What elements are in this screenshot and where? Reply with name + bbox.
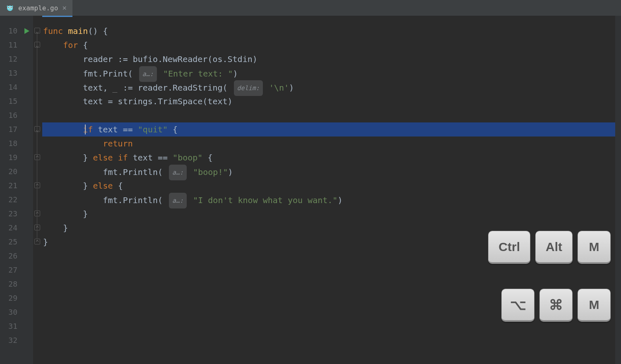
keycap-ctrl: Ctrl [488, 231, 530, 264]
code-line[interactable] [42, 108, 621, 122]
line-number: 27 [0, 263, 21, 277]
svg-marker-8 [24, 28, 29, 34]
fold-gutter: ⌄⌄⌄⌃⌃⌃⌃⌃ [33, 16, 42, 364]
line-number: 12 [0, 52, 21, 66]
fold-collapse-icon[interactable]: ⌃ [34, 225, 40, 230]
fold-collapse-icon[interactable]: ⌃ [34, 211, 40, 216]
keycap-alt: Alt [535, 231, 573, 264]
vertical-scrollbar[interactable] [615, 16, 621, 364]
line-number: 25 [0, 235, 21, 249]
line-number: 21 [0, 179, 21, 193]
inlay-hint: a…: [169, 193, 187, 208]
fold-expand-icon[interactable]: ⌄ [34, 42, 40, 48]
run-icon[interactable] [24, 26, 30, 36]
code-line[interactable]: func main() { [42, 24, 621, 38]
tab-bar: example.go × [0, 0, 621, 16]
shortcut-overlay-row-2: ⌥ ⌘ M [501, 289, 611, 322]
editor-area: 1011121314151617181920212223242526272829… [0, 16, 621, 364]
code-line[interactable] [42, 333, 621, 347]
line-number: 28 [0, 277, 21, 291]
code-line[interactable]: return [42, 136, 621, 151]
keycap-m-2: M [578, 289, 611, 322]
shortcut-overlay-row-1: Ctrl Alt M [488, 231, 611, 264]
fold-expand-icon[interactable]: ⌄ [34, 28, 40, 34]
line-number: 29 [0, 291, 21, 305]
line-number: 22 [0, 193, 21, 207]
line-number: 32 [0, 333, 21, 347]
run-gutter [21, 16, 33, 364]
code-line[interactable]: fmt.Print( a…: "Enter text: ") [42, 66, 621, 80]
file-tab-label: example.go [18, 4, 58, 12]
line-number: 13 [0, 66, 21, 80]
code-line[interactable]: } [42, 207, 621, 221]
line-number: 31 [0, 319, 21, 333]
code-line[interactable]: text = strings.TrimSpace(text) [42, 94, 621, 108]
line-number: 17 [0, 122, 21, 136]
line-number: 26 [0, 249, 21, 263]
line-number: 24 [0, 221, 21, 235]
line-number: 10 [0, 24, 21, 38]
inlay-hint: delim: [234, 80, 263, 96]
line-number: 15 [0, 94, 21, 108]
svg-point-7 [12, 6, 13, 7]
fold-collapse-icon[interactable]: ⌃ [34, 239, 40, 244]
svg-point-6 [7, 6, 8, 7]
file-tab-example-go[interactable]: example.go × [0, 0, 72, 16]
code-line[interactable]: } else { [42, 179, 621, 193]
line-number: 16 [0, 108, 21, 122]
fold-guide [37, 34, 37, 239]
code-line[interactable]: text, _ := reader.ReadString( delim: '\n… [42, 80, 621, 94]
line-number: 20 [0, 165, 21, 179]
line-number: 11 [0, 38, 21, 52]
code-line[interactable]: reader := bufio.NewReader(os.Stdin) [42, 52, 621, 66]
line-number: 18 [0, 136, 21, 151]
line-number-gutter: 1011121314151617181920212223242526272829… [0, 16, 21, 364]
code-line[interactable]: fmt.Println( a…: "boop!") [42, 165, 621, 179]
go-file-icon [6, 4, 14, 12]
inlay-hint: a…: [139, 66, 157, 82]
svg-point-4 [11, 7, 12, 8]
line-number: 23 [0, 207, 21, 221]
close-icon[interactable]: × [62, 4, 67, 12]
code-line[interactable]: fmt.Println( a…: "I don't know what you … [42, 193, 621, 207]
line-number: 30 [0, 305, 21, 319]
code-line[interactable] [42, 263, 621, 277]
fold-collapse-icon[interactable]: ⌃ [34, 154, 40, 160]
keycap-m: M [578, 231, 611, 264]
fold-expand-icon[interactable]: ⌄ [34, 126, 40, 132]
line-number: 14 [0, 80, 21, 94]
keycap-option-icon: ⌥ [501, 289, 534, 322]
svg-point-5 [10, 9, 10, 10]
code-line[interactable]: if text == "quit" { [42, 122, 621, 136]
inlay-hint: a…: [169, 165, 187, 180]
keycap-command-icon: ⌘ [539, 289, 573, 322]
fold-collapse-icon[interactable]: ⌃ [34, 182, 40, 188]
svg-point-2 [8, 7, 9, 8]
line-number: 19 [0, 151, 21, 165]
code-line[interactable]: for { [42, 38, 621, 52]
code-line[interactable]: } else if text == "boop" { [42, 151, 621, 165]
